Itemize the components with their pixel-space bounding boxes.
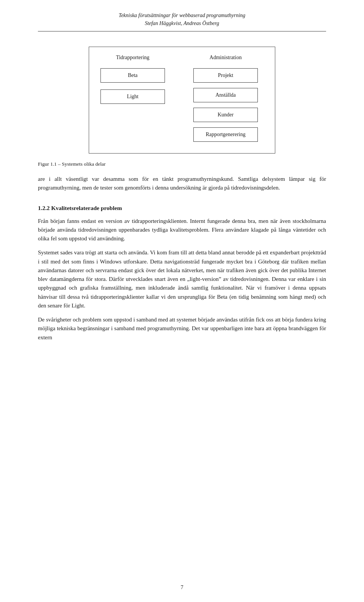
anstallda-box: Anställda	[193, 88, 258, 102]
diagram-section: Tidrapportering Beta Light Administratio…	[38, 47, 326, 154]
paragraph-3: Systemet sades vara trögt att starta och…	[38, 248, 326, 310]
page-number: 7	[181, 585, 184, 591]
rapportgenerering-box: Rapportgenerering	[193, 127, 258, 142]
header-line2: Stefan Häggkvist, Andreas Östberg	[38, 19, 326, 27]
header-line1: Tekniska förutsättningar för webbaserad …	[38, 11, 326, 19]
paragraph-1: are i allt väsentligt var desamma som fö…	[38, 175, 326, 193]
diagram-inner: Tidrapportering Beta Light Administratio…	[100, 55, 264, 142]
tidrapportering-title: Tidrapportering	[100, 55, 165, 61]
paragraph-2: Från början fanns endast en version av t…	[38, 217, 326, 243]
projekt-box: Projekt	[193, 68, 258, 83]
page: Tekniska förutsättningar för webbaserad …	[0, 0, 364, 602]
diagram-outer-border: Tidrapportering Beta Light Administratio…	[89, 47, 275, 154]
beta-box: Beta	[100, 68, 165, 83]
kunder-box: Kunder	[193, 108, 258, 122]
right-boxes-container: Projekt Anställda Kunder Rapportgenereri…	[188, 68, 264, 142]
paragraph-4: De svårigheter och problem som uppstod i…	[38, 315, 326, 342]
section-heading-122: 1.2.2 Kvalitetsrelaterade problem	[38, 205, 326, 212]
page-header: Tekniska förutsättningar för webbaserad …	[38, 11, 326, 31]
light-box: Light	[100, 89, 165, 104]
figure-caption: Figur 1.1 – Systemets olika delar	[38, 161, 326, 167]
diagram-left-column: Tidrapportering Beta Light	[100, 55, 165, 111]
administration-title: Administration	[188, 55, 264, 61]
diagram-right-column: Administration Projekt Anställda Kunder …	[188, 55, 264, 142]
